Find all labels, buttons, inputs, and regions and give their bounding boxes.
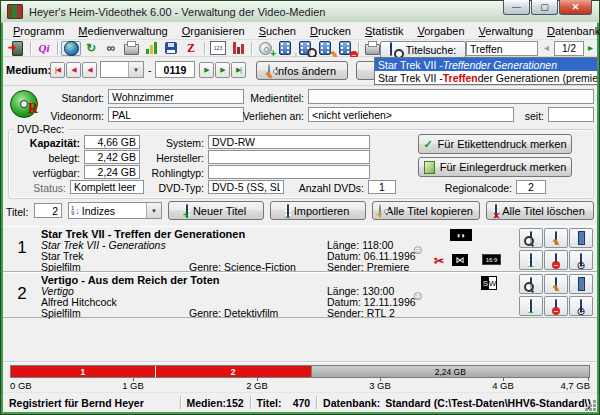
- title-time-button[interactable]: ◷: [569, 296, 593, 316]
- exit-button[interactable]: ➔: [7, 41, 27, 56]
- neuer-titel-button[interactable]: + Neuer Titel: [168, 201, 264, 220]
- sort-combo[interactable]: 19 ↓ Indizes ▼: [68, 202, 162, 219]
- importieren-label: Importieren: [294, 205, 350, 217]
- title-export-button[interactable]: →: [519, 250, 543, 270]
- titel-count-input[interactable]: [34, 203, 62, 218]
- overview-button[interactable]: [61, 41, 81, 56]
- title-delete-button[interactable]: –: [544, 296, 568, 316]
- etikettendruck-button[interactable]: ✓ Für Etikettendruck merken: [418, 134, 572, 154]
- title-delete-button[interactable]: –: [335, 41, 355, 56]
- move-icon: ↑: [578, 231, 585, 245]
- standort-input[interactable]: [108, 89, 244, 104]
- menu-item-statistik[interactable]: Statistik: [358, 23, 411, 39]
- pager-prev-icon[interactable]: ◂: [544, 42, 549, 53]
- medium-first-button[interactable]: |◀: [50, 62, 65, 78]
- menu-item-datenbank[interactable]: Datenbank: [540, 23, 600, 39]
- medium-add-button[interactable]: +: [255, 41, 275, 56]
- alle-titel-kopieren-button[interactable]: + Alle Titel kopieren: [372, 201, 480, 220]
- title-add-button[interactable]: ↓: [275, 41, 295, 56]
- title-view-button[interactable]: [519, 274, 543, 294]
- alle-titel-loeschen-button[interactable]: ✕ Alle Titel löschen: [486, 201, 594, 220]
- medium-number-input[interactable]: [155, 61, 195, 78]
- infos-aendern-button[interactable]: ✎ Infos ändern: [256, 61, 348, 80]
- save-button[interactable]: [161, 41, 181, 56]
- title-edit-button[interactable]: ✎: [315, 41, 335, 56]
- system-input[interactable]: [208, 135, 370, 149]
- film-icon: [319, 41, 331, 55]
- refresh-button[interactable]: ↻: [81, 41, 101, 56]
- disk-icon: [165, 42, 177, 54]
- titelsuche-button[interactable]: Titelsuche:: [380, 41, 466, 58]
- calculator-button[interactable]: 123: [208, 41, 228, 56]
- print-preview-button[interactable]: [362, 41, 382, 56]
- close-button[interactable]: ✕: [559, 0, 592, 15]
- notes-button[interactable]: Z: [181, 41, 201, 56]
- medium-last-button[interactable]: ▶|: [231, 62, 246, 78]
- rohlingtyp-input[interactable]: [208, 165, 370, 179]
- menu-item-organisieren[interactable]: Organisieren: [175, 23, 252, 39]
- medientitel-input[interactable]: [308, 89, 594, 104]
- title-move-button[interactable]: ↑: [569, 228, 593, 248]
- medium-prev-button[interactable]: ◀: [82, 62, 97, 78]
- quickinfo-button[interactable]: Qi: [34, 41, 54, 56]
- menu-item-drucken[interactable]: Drucken: [303, 23, 358, 39]
- cd-hole-icon: [20, 100, 28, 108]
- medium-label: Medium:: [6, 64, 51, 76]
- title-export-button[interactable]: →: [519, 296, 543, 316]
- menu-item-suchen[interactable]: Suchen: [252, 23, 303, 39]
- title-index: 2: [9, 284, 35, 304]
- film-delete-icon: –: [555, 254, 557, 266]
- search-button[interactable]: ∞: [101, 41, 121, 56]
- chart-button[interactable]: [141, 41, 161, 56]
- maximize-button[interactable]: ▢: [531, 0, 558, 15]
- medium-prev-fast-button[interactable]: ◀: [66, 62, 81, 78]
- kapazitaet-label: Kapazität:: [8, 137, 80, 149]
- title-row-1[interactable]: 1 Star Trek VII - Treffen der Generation…: [3, 226, 597, 272]
- menu-item-vorgaben[interactable]: Vorgaben: [410, 23, 471, 39]
- seit-label: seit:: [518, 110, 544, 122]
- menu-item-verwaltung[interactable]: Verwaltung: [472, 23, 540, 39]
- title-move-button[interactable]: ↑: [569, 274, 593, 294]
- importieren-button[interactable]: → Importieren: [270, 201, 366, 220]
- minimize-button[interactable]: —: [503, 0, 530, 15]
- einlegerdruck-button[interactable]: Für Einlegerdruck merken: [418, 157, 572, 177]
- alle-titel-kopieren-label: Alle Titel kopieren: [386, 205, 473, 217]
- title-category: Spielfilm: [41, 307, 81, 319]
- dvdtyp-input[interactable]: [208, 180, 284, 194]
- einlegerdruck-label: Für Einlegerdruck merken: [440, 161, 567, 173]
- film-view-icon: [530, 278, 532, 290]
- regionalcode-input[interactable]: [516, 180, 546, 194]
- hersteller-input[interactable]: [208, 150, 370, 164]
- title-edit-button[interactable]: ✎: [544, 228, 568, 248]
- capacity-bar: 1 2 2,24 GB: [10, 365, 590, 378]
- title-row-2[interactable]: 2 Vertigo - Aus dem Reich der Toten Vert…: [3, 272, 597, 318]
- anzahl-dvds-input[interactable]: [368, 180, 396, 194]
- hersteller-label: Hersteller:: [128, 152, 204, 164]
- print-button[interactable]: [121, 41, 141, 56]
- printer-icon: [365, 44, 380, 55]
- medium-next-button[interactable]: ▶: [199, 62, 214, 78]
- film-view-icon: [530, 232, 532, 244]
- title-view-button[interactable]: [519, 228, 543, 248]
- title-edit-button[interactable]: ✎: [544, 274, 568, 294]
- dropdown-item-1[interactable]: Star Trek VII - Treffen der Generationen: [375, 58, 597, 71]
- menu-item-programm[interactable]: Programm: [6, 23, 71, 39]
- verliehen-input[interactable]: [308, 107, 514, 122]
- cd-edit-icon: ✎: [268, 65, 270, 77]
- dropdown-item-2[interactable]: Star Trek VII - Treffen der Generationen…: [375, 71, 597, 84]
- statistics-button[interactable]: [228, 41, 248, 56]
- medium-next-fast-button[interactable]: ▶: [215, 62, 230, 78]
- pager-next-icon[interactable]: ▸: [588, 42, 593, 53]
- titelsuche-input[interactable]: [466, 41, 538, 56]
- titel-label: Titel:: [6, 206, 28, 218]
- app-window: Heyer's Heim-Videothek 6.00 - Verwaltung…: [0, 0, 600, 415]
- title-view-button[interactable]: [295, 41, 315, 56]
- title-delete-button[interactable]: –: [544, 250, 568, 270]
- check-icon: ✓: [423, 138, 432, 151]
- status-titel: Titel:470: [251, 393, 317, 412]
- menu-item-medienverwaltung[interactable]: Medienverwaltung: [71, 23, 174, 39]
- resize-grip[interactable]: [593, 408, 596, 411]
- medium-combo[interactable]: ▼: [100, 61, 144, 78]
- title-time-button[interactable]: ◷: [569, 250, 593, 270]
- seit-input[interactable]: [548, 107, 594, 122]
